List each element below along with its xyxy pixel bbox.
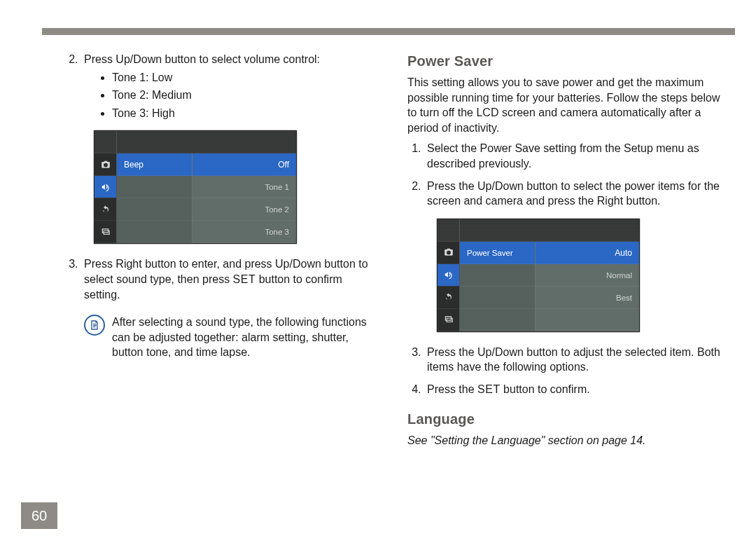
note-block: After selecting a sound type, the follow…	[84, 315, 378, 360]
lcd-selected-value: Auto	[536, 242, 639, 264]
power-step-1: Select the Power Save setting from the S…	[424, 141, 721, 171]
tone-bullet: Tone 2: Medium	[112, 88, 378, 103]
language-reference: See "Setting the Language" section on pa…	[407, 433, 721, 448]
note-icon	[84, 315, 105, 336]
power-step-2: Press the Up/Down button to select the p…	[424, 179, 721, 209]
lcd-screenshot-powersaver: Power Saver Auto Normal Best	[437, 219, 640, 332]
refresh-icon	[438, 287, 459, 309]
step2-text: Press Up/Down button to select volume co…	[84, 53, 320, 65]
refresh-icon	[94, 198, 116, 221]
lcd-option: Normal	[536, 264, 639, 287]
set-label: SET	[233, 273, 256, 285]
lcd-option: Best	[536, 287, 639, 309]
lcd-icon-column	[438, 219, 460, 331]
step-3: Press Right button to enter, and press U…	[81, 256, 378, 302]
step4-b: button to confirm.	[500, 383, 590, 395]
left-steps: Press Up/Down button to select volume co…	[64, 52, 378, 121]
lcd-selected-value: Off	[192, 153, 296, 176]
set-label: SET	[477, 383, 500, 395]
lcd-option: Tone 1	[192, 176, 296, 198]
tone-bullets: Tone 1: Low Tone 2: Medium Tone 3: High	[84, 70, 378, 121]
camera-icon	[438, 242, 459, 264]
lcd-selected-label: Power Saver	[460, 242, 535, 264]
left-column: Press Up/Down button to select volume co…	[64, 52, 378, 508]
note-text: After selecting a sound type, the follow…	[112, 315, 378, 360]
sound-icon	[94, 176, 116, 198]
power-steps-cont: Press the Up/Down button to adjust the s…	[407, 345, 721, 397]
display-icon	[438, 309, 459, 331]
lcd-option: Tone 2	[192, 198, 296, 221]
lcd-option: Tone 3	[192, 221, 296, 243]
power-step-4: Press the SET button to confirm.	[424, 382, 721, 397]
manual-page: Press Up/Down button to select volume co…	[21, 21, 735, 529]
display-icon	[94, 221, 116, 243]
tone-bullet: Tone 1: Low	[112, 70, 378, 85]
body-columns: Press Up/Down button to select volume co…	[64, 52, 721, 508]
lcd-screenshot-beep: Beep Off Tone 1 Tone 2 Tone 3	[94, 130, 297, 244]
lcd-selected-label: Beep	[117, 153, 192, 176]
language-heading: Language	[407, 410, 721, 429]
power-saver-heading: Power Saver	[407, 52, 721, 71]
step4-a: Press the	[427, 383, 477, 395]
camera-icon	[94, 153, 116, 176]
tone-bullet: Tone 3: High	[112, 106, 378, 121]
page-number: 60	[21, 502, 57, 529]
right-column: Power Saver This setting allows you to s…	[407, 52, 721, 508]
step-2: Press Up/Down button to select volume co…	[81, 52, 378, 121]
lcd-icon-column	[94, 131, 117, 243]
sound-icon	[438, 264, 459, 287]
power-steps: Select the Power Save setting from the S…	[407, 141, 721, 208]
header-rule	[42, 28, 735, 35]
power-saver-intro: This setting allows you to save power an…	[407, 75, 721, 135]
left-steps-cont: Press Right button to enter, and press U…	[64, 256, 378, 302]
power-step-3: Press the Up/Down button to adjust the s…	[424, 345, 721, 375]
